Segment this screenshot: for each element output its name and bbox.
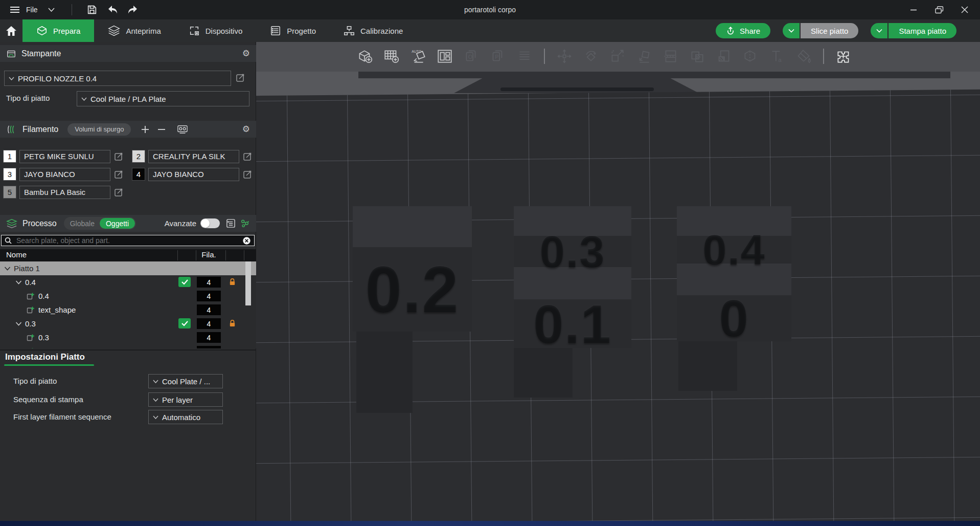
print-plate-button[interactable]: Stampa piatto	[888, 23, 956, 38]
copy-icon[interactable]: O	[463, 48, 480, 65]
model-object-middle[interactable]: 0.3 0.1	[514, 206, 631, 398]
merge-icon[interactable]	[516, 48, 533, 65]
filament-assignment-cell[interactable]: 4	[197, 332, 221, 343]
maximize-icon[interactable]	[934, 5, 944, 15]
print-dropdown-button[interactable]	[871, 23, 887, 38]
tab-anteprima[interactable]: Anteprima	[94, 19, 174, 42]
plate-setting-dropdown[interactable]: Automatico	[148, 410, 223, 424]
filament-edit-icon[interactable]	[113, 169, 124, 180]
filament-name-field[interactable]: PETG MIKE SUNLU	[19, 150, 110, 163]
tree-expand-chevron-icon[interactable]	[4, 267, 11, 271]
scope-global-option[interactable]: Globale	[65, 220, 100, 228]
plate-type-dropdown[interactable]: Cool Plate / PLA Plate	[77, 91, 249, 106]
model-object-left[interactable]: 0.2	[353, 206, 472, 413]
column-header-fila[interactable]: Fila.	[197, 250, 221, 259]
save-icon[interactable]	[85, 3, 99, 16]
tree-scrollbar[interactable]	[245, 261, 251, 305]
filament-color-chip[interactable]: 3	[3, 168, 16, 181]
filament-edit-icon[interactable]	[242, 169, 253, 180]
tree-row[interactable]: text_shape4	[0, 344, 256, 348]
tab-calibrazione[interactable]: Calibrazione	[330, 19, 417, 42]
slice-dropdown-button[interactable]	[783, 23, 800, 38]
home-button[interactable]	[0, 19, 22, 42]
scale-icon[interactable]	[609, 48, 626, 65]
filament-assignment-cell[interactable]: 4	[197, 277, 221, 288]
tree-row[interactable]: 0.44	[0, 275, 256, 289]
model-embossed-label: 0.4	[703, 228, 766, 271]
cut-icon[interactable]	[662, 48, 679, 65]
filament-name-field[interactable]: Bambu PLA Basic	[19, 186, 110, 199]
tab-prepara-label: Prepara	[53, 27, 80, 35]
plate-setting-dropdown[interactable]: Per layer	[148, 392, 223, 407]
model-object-right[interactable]: 0.4 0	[677, 206, 791, 391]
filament-edit-icon[interactable]	[113, 151, 124, 162]
remove-filament-icon[interactable]	[157, 125, 166, 134]
filament-name-field[interactable]: JAYO BIANCO	[148, 168, 239, 181]
filament-settings-gear-icon[interactable]: ⚙	[242, 124, 250, 135]
add-plate-icon[interactable]	[383, 48, 400, 65]
filament-color-chip[interactable]: 2	[132, 150, 145, 163]
advanced-toggle[interactable]	[200, 218, 220, 228]
filament-assignment-cell[interactable]: 4	[197, 346, 221, 348]
search-input[interactable]	[15, 236, 239, 245]
column-header-nome[interactable]: Nome	[6, 250, 27, 259]
object-params-icon[interactable]	[240, 218, 250, 228]
add-object-icon[interactable]	[356, 48, 374, 65]
tab-progetto[interactable]: Progetto	[256, 19, 330, 42]
arrange-icon[interactable]	[436, 48, 453, 65]
file-menu[interactable]: File	[8, 3, 38, 16]
viewport-3d[interactable]: AUTOOPa 0.2 0.3 0.1	[256, 42, 980, 521]
visibility-checkbox[interactable]	[178, 318, 191, 328]
undo-icon[interactable]	[106, 3, 119, 16]
share-button[interactable]: Share	[716, 23, 770, 38]
filament-edit-icon[interactable]	[113, 187, 124, 198]
visibility-checkbox[interactable]	[178, 277, 191, 287]
split-parts-icon[interactable]	[715, 48, 733, 65]
move-icon[interactable]	[556, 48, 573, 65]
tree-row[interactable]: 0.34	[0, 331, 256, 344]
close-icon[interactable]	[960, 5, 970, 15]
redo-icon[interactable]	[126, 3, 140, 16]
filament-color-chip[interactable]: 1	[3, 150, 16, 163]
printer-profile-dropdown[interactable]: PROFILO NOZZLE 0.4	[4, 71, 231, 86]
purge-volumes-button[interactable]: Volumi di spurgo	[67, 123, 131, 136]
lock-icon[interactable]	[229, 278, 236, 286]
rotate-icon[interactable]	[582, 48, 600, 65]
split-objects-icon[interactable]	[742, 48, 759, 65]
filament-assignment-cell[interactable]: 4	[197, 304, 221, 315]
tree-row[interactable]: text_shape4	[0, 303, 256, 317]
tree-row[interactable]: 0.44	[0, 289, 256, 303]
process-list-view-icon[interactable]	[226, 218, 236, 228]
paint-icon[interactable]	[795, 48, 812, 65]
lay-on-face-icon[interactable]	[635, 48, 653, 65]
printer-profile-edit-icon[interactable]	[235, 73, 245, 83]
filament-color-chip[interactable]: 5	[3, 186, 16, 199]
chevron-down-icon[interactable]	[45, 3, 58, 16]
tree-expand-chevron-icon[interactable]	[15, 280, 22, 284]
printer-settings-gear-icon[interactable]: ⚙	[242, 48, 250, 59]
text-icon[interactable]: a	[768, 48, 786, 65]
tree-row[interactable]: 0.34	[0, 317, 256, 331]
add-filament-icon[interactable]	[141, 125, 149, 134]
slice-plate-button[interactable]: Slice piatto	[801, 23, 858, 38]
auto-orient-icon[interactable]: AUTO	[409, 48, 427, 65]
plate-setting-dropdown[interactable]: Cool Plate / ...	[148, 374, 223, 388]
minimize-icon[interactable]	[908, 5, 919, 15]
filament-color-chip[interactable]: 4	[132, 168, 145, 181]
tab-prepara[interactable]: Prepara	[22, 19, 94, 42]
assembly-icon[interactable]	[835, 48, 852, 65]
filament-assignment-cell[interactable]: 4	[197, 318, 221, 329]
filament-name-field[interactable]: JAYO BIANCO	[19, 168, 110, 181]
filament-edit-icon[interactable]	[242, 151, 253, 162]
filament-name-field[interactable]: CREALITY PLA SILK	[148, 150, 239, 163]
ams-sync-icon[interactable]	[177, 124, 188, 135]
tree-row[interactable]: Piatto 1	[0, 261, 256, 275]
tab-dispositivo[interactable]: Dispositivo	[175, 19, 257, 42]
scope-objects-option[interactable]: Oggetti	[100, 218, 135, 229]
clear-search-icon[interactable]	[242, 236, 251, 245]
mesh-boolean-icon[interactable]	[689, 48, 706, 65]
lock-icon[interactable]	[229, 319, 236, 327]
filament-assignment-cell[interactable]: 4	[197, 291, 221, 301]
tree-expand-chevron-icon[interactable]	[15, 322, 22, 326]
paste-icon[interactable]: P	[489, 48, 507, 65]
